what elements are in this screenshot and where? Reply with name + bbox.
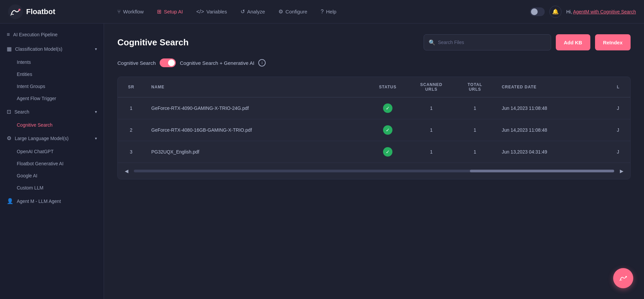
sidebar-item-custom-llm[interactable]: Custom LLM	[0, 182, 104, 194]
cell-status-2: ✓	[368, 141, 408, 163]
cognitive-search-label: Cognitive Search	[17, 122, 53, 128]
llm-label: Large Language Model(s)	[15, 136, 92, 141]
sidebar-item-large-language-models[interactable]: ⚙ Large Language Model(s) ▾	[0, 131, 104, 145]
floatbot-gen-label: Floatbot Generative AI	[17, 161, 63, 166]
sidebar-item-agent-m-llm-agent[interactable]: 👤 Agent M - LLM Agent	[0, 194, 104, 208]
col-header-sr: SR	[118, 77, 145, 97]
cell-created-0: Jun 14,2023 11:08:48	[495, 97, 610, 119]
col-header-scanned-urls: SCANNED URLS	[408, 77, 455, 97]
agent-flow-trigger-label: Agent Flow Trigger	[17, 96, 56, 101]
nav-configure[interactable]: ⚙ Configure	[273, 6, 313, 17]
main-content: Cognitive Search 🔍 Add KB ReIndex Cognit…	[104, 24, 644, 299]
cognitive-search-toggle-row: Cognitive Search Cognitive Search + Gene…	[117, 58, 631, 67]
nav-setup-ai-label: Setup AI	[164, 9, 183, 14]
scroll-right-arrow[interactable]: ▶	[617, 166, 626, 176]
horizontal-scrollbar[interactable]: ◀ ▶	[118, 163, 630, 179]
kb-table-container: SR NAME STATUS SCANNED URLS TOTAL URLS C…	[117, 77, 631, 179]
header-actions: 🔍 Add KB ReIndex	[424, 34, 631, 50]
add-kb-button[interactable]: Add KB	[556, 34, 590, 50]
nav-variables[interactable]: </> Variables	[191, 6, 232, 17]
svg-point-2	[626, 276, 627, 277]
search-box[interactable]: 🔍	[424, 34, 551, 50]
user-name[interactable]: AgentM with Cognitive Search	[573, 9, 636, 14]
nav-analyze-label: Analyze	[247, 9, 265, 14]
ai-execution-label: AI Execution Pipeline	[13, 32, 97, 37]
cognitive-search-toggle[interactable]	[160, 58, 176, 67]
nav-workflow[interactable]: ⑂ Workflow	[112, 6, 149, 17]
entities-label: Entities	[17, 72, 32, 77]
search-icon: 🔍	[429, 39, 435, 46]
scroll-thumb	[470, 170, 614, 172]
notifications-bell[interactable]: 🔔	[549, 6, 561, 18]
nav-right: 🔔 Hi, AgentM with Cognitive Search	[530, 6, 636, 18]
sidebar-item-intents[interactable]: Intents	[0, 56, 104, 68]
cell-scanned-1: 1	[408, 119, 455, 141]
sidebar-item-floatbot-generative-ai[interactable]: Floatbot Generative AI	[0, 158, 104, 170]
nav-help[interactable]: ? Help	[315, 6, 342, 17]
cell-last-2: J	[610, 141, 630, 163]
sidebar-item-search[interactable]: ⊡ Search ▾	[0, 104, 104, 119]
table-scroll-area[interactable]: SR NAME STATUS SCANNED URLS TOTAL URLS C…	[118, 77, 630, 163]
col-header-total-urls: TOTAL URLS	[455, 77, 495, 97]
reindex-button[interactable]: ReIndex	[595, 34, 631, 50]
cell-total-1: 1	[455, 119, 495, 141]
sidebar-item-entities[interactable]: Entities	[0, 68, 104, 80]
sidebar-item-google-ai[interactable]: Google AI	[0, 170, 104, 182]
cell-created-2: Jun 13,2023 04:31:49	[495, 141, 610, 163]
user-info: Hi, AgentM with Cognitive Search	[566, 9, 636, 14]
sidebar-item-classification-models[interactable]: ▦ Classification Model(s) ▾	[0, 42, 104, 56]
info-icon[interactable]: i	[258, 59, 266, 67]
status-active-icon: ✓	[383, 125, 392, 135]
chevron-down-icon: ▾	[95, 47, 97, 51]
cell-status-0: ✓	[368, 97, 408, 119]
search-sidebar-icon: ⊡	[7, 109, 11, 115]
status-active-icon: ✓	[383, 147, 392, 157]
nav-setup-ai[interactable]: ⊞ Setup AI	[152, 6, 188, 17]
scroll-left-arrow[interactable]: ◀	[122, 166, 131, 176]
col-header-created-date: CREATED DATE	[495, 77, 610, 97]
cell-sr-0: 1	[118, 97, 145, 119]
table-row: 2 GeForce-RTX-4080-16GB-GAMING-X-TRIO.pd…	[118, 119, 630, 141]
svg-point-1	[18, 9, 20, 11]
nav-links: ⑂ Workflow ⊞ Setup AI </> Variables ↺ An…	[112, 6, 530, 17]
top-navigation: Floatbot ⑂ Workflow ⊞ Setup AI </> Varia…	[0, 0, 644, 24]
help-icon: ?	[321, 9, 324, 15]
dark-mode-toggle[interactable]	[530, 7, 545, 16]
agent-m-label: Agent M - LLM Agent	[17, 199, 97, 204]
sidebar-item-intent-groups[interactable]: Intent Groups	[0, 80, 104, 92]
cell-name-2: PG32UQX_English.pdf	[145, 141, 368, 163]
llm-chevron-icon: ▾	[95, 136, 97, 141]
col-header-last: L	[610, 77, 630, 97]
scroll-track[interactable]	[134, 170, 614, 172]
search-files-input[interactable]	[438, 40, 546, 45]
toggle-thumb	[531, 8, 538, 15]
sidebar-item-cognitive-search[interactable]: Cognitive Search	[0, 119, 104, 131]
col-header-status: STATUS	[368, 77, 408, 97]
sidebar-item-openai-chatgpt[interactable]: OpenAI ChatGPT	[0, 145, 104, 158]
nav-workflow-label: Workflow	[123, 9, 144, 14]
agent-m-icon: 👤	[7, 198, 13, 204]
cell-last-0: J	[610, 97, 630, 119]
cell-sr-2: 3	[118, 141, 145, 163]
search-chevron-icon: ▾	[95, 110, 97, 114]
nav-configure-label: Configure	[285, 9, 307, 14]
ai-execution-icon: ≡	[7, 32, 10, 38]
configure-icon: ⚙	[278, 8, 283, 15]
fab-button[interactable]	[613, 268, 633, 288]
sidebar-item-ai-execution-pipeline[interactable]: ≡ AI Execution Pipeline	[0, 28, 104, 42]
logo[interactable]: Floatbot	[8, 4, 112, 19]
cell-name-0: GeForce-RTX-4090-GAMING-X-TRIO-24G.pdf	[145, 97, 368, 119]
custom-llm-label: Custom LLM	[17, 185, 43, 190]
content-header: Cognitive Search 🔍 Add KB ReIndex	[117, 34, 631, 50]
setup-ai-icon: ⊞	[157, 8, 161, 15]
nav-analyze[interactable]: ↺ Analyze	[235, 6, 270, 17]
classification-icon: ▦	[7, 46, 12, 52]
page-title: Cognitive Search	[117, 37, 189, 48]
bell-icon: 🔔	[552, 8, 559, 15]
svg-point-0	[8, 4, 23, 19]
variables-icon: </>	[196, 9, 204, 15]
sidebar: ≡ AI Execution Pipeline ▦ Classification…	[0, 24, 104, 299]
cell-status-1: ✓	[368, 119, 408, 141]
llm-icon: ⚙	[7, 135, 11, 141]
sidebar-item-agent-flow-trigger[interactable]: Agent Flow Trigger	[0, 92, 104, 104]
